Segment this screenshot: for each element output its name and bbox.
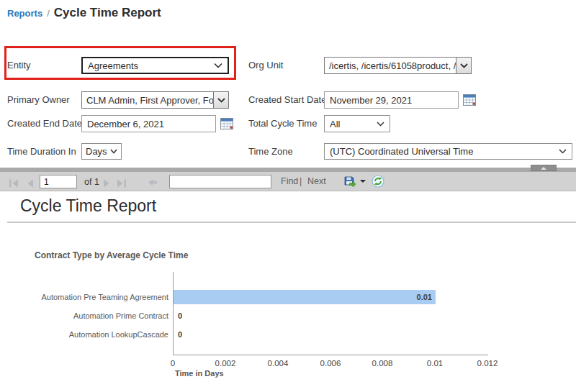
chart-bar: 0.01 bbox=[174, 290, 436, 304]
chart-row: Automation Prime Contract0 bbox=[0, 309, 504, 323]
page-title: Cycle Time Report bbox=[54, 6, 161, 20]
chart-x-tick-label: 0.004 bbox=[268, 359, 289, 368]
refresh-icon[interactable] bbox=[372, 175, 384, 191]
chart-x-tick-label: 0 bbox=[171, 359, 175, 368]
created-start-date-value: November 29, 2021 bbox=[330, 95, 412, 106]
chart-row: Automation Pre Teaming Agreement0.01 bbox=[0, 290, 504, 304]
parent-report-icon[interactable] bbox=[148, 177, 158, 190]
total-cycle-time-label: Total Cycle Time bbox=[248, 118, 317, 129]
chart-value-label: 0 bbox=[178, 327, 182, 342]
chart-title: Contract Type by Average Cycle Time bbox=[35, 250, 188, 260]
time-duration-in-select[interactable]: Days bbox=[81, 143, 122, 160]
report-title: Cycle Time Report bbox=[20, 196, 156, 216]
calendar-icon[interactable] bbox=[220, 118, 233, 129]
chevron-down-icon bbox=[559, 149, 567, 154]
created-end-date-value: December 6, 2021 bbox=[87, 119, 164, 129]
created-start-date-label: Created Start Date bbox=[248, 94, 326, 105]
chart-y-axis-line bbox=[173, 272, 174, 355]
last-page-icon[interactable] bbox=[116, 178, 127, 191]
chevron-down-icon bbox=[110, 149, 117, 154]
time-zone-label: Time Zone bbox=[248, 146, 293, 157]
page-count-label: of 1 bbox=[84, 177, 99, 187]
created-end-date-input[interactable]: December 6, 2021 bbox=[81, 115, 216, 132]
created-start-date-input[interactable]: November 29, 2021 bbox=[324, 91, 459, 109]
total-cycle-time-value: All bbox=[330, 119, 340, 129]
primary-owner-label: Primary Owner bbox=[7, 94, 70, 105]
entity-select-value: Agreements bbox=[88, 60, 138, 71]
org-unit-combo[interactable]: /icertis, /icertis/61058product, /ice bbox=[324, 57, 472, 74]
chart-x-tick-label: 0.006 bbox=[320, 359, 341, 368]
report-toolbar: of 1 Find | Next bbox=[0, 172, 576, 191]
page-number-input[interactable] bbox=[40, 175, 77, 188]
org-unit-combo-value: /icertis, /icertis/61058product, /ice bbox=[325, 58, 456, 73]
chevron-down-icon[interactable] bbox=[213, 92, 228, 108]
time-zone-select[interactable]: (UTC) Coordinated Universal Time bbox=[324, 143, 572, 160]
chart-x-tick-label: 0.002 bbox=[215, 359, 236, 368]
chevron-down-icon bbox=[377, 122, 384, 127]
chevron-down-icon bbox=[214, 63, 222, 68]
export-icon[interactable] bbox=[343, 176, 356, 191]
chart-x-axis-line bbox=[173, 355, 488, 355]
chart-x-axis-title: Time in Days bbox=[175, 369, 224, 378]
chart-value-label: 0 bbox=[178, 309, 182, 323]
time-zone-value: (UTC) Coordinated Universal Time bbox=[330, 146, 473, 157]
created-end-date-label: Created End Date bbox=[7, 118, 82, 129]
report-title-divider bbox=[7, 222, 576, 223]
next-page-icon[interactable] bbox=[103, 178, 110, 191]
find-next-separator: | bbox=[300, 176, 302, 186]
bar-chart: Automation Pre Teaming Agreement0.01Auto… bbox=[0, 270, 576, 388]
org-unit-label: Org Unit bbox=[248, 60, 283, 70]
breadcrumb: Reports / Cycle Time Report bbox=[7, 6, 161, 20]
find-button[interactable]: Find bbox=[281, 176, 298, 186]
chart-category-label: Automation Pre Teaming Agreement bbox=[0, 290, 168, 304]
chart-row: Automation LookupCascade0 bbox=[0, 327, 504, 342]
find-text-input[interactable] bbox=[169, 175, 271, 188]
chart-x-tick-label: 0.008 bbox=[372, 359, 393, 368]
entity-label: Entity bbox=[7, 60, 31, 70]
parameters-collapse-handle[interactable] bbox=[531, 165, 557, 171]
chart-category-label: Automation Prime Contract bbox=[0, 309, 168, 323]
breadcrumb-separator: / bbox=[42, 8, 54, 19]
next-result-button[interactable]: Next bbox=[307, 176, 326, 186]
chart-value-label: 0.01 bbox=[417, 290, 432, 304]
chart-x-tick-label: 0.01 bbox=[427, 359, 443, 368]
collapse-parameters-icon bbox=[541, 167, 546, 170]
first-page-icon[interactable] bbox=[9, 178, 19, 191]
time-duration-in-label: Time Duration In bbox=[7, 146, 76, 157]
total-cycle-time-select[interactable]: All bbox=[324, 115, 390, 132]
calendar-icon[interactable] bbox=[463, 94, 476, 106]
previous-page-icon[interactable] bbox=[27, 178, 34, 191]
primary-owner-combo-value: CLM Admin, First Approver, Fourth bbox=[82, 92, 213, 108]
breadcrumb-reports-link[interactable]: Reports bbox=[7, 8, 42, 19]
primary-owner-combo[interactable]: CLM Admin, First Approver, Fourth bbox=[81, 91, 229, 109]
chart-x-tick-label: 0.012 bbox=[477, 359, 498, 368]
time-duration-in-value: Days bbox=[86, 146, 107, 157]
chevron-down-icon[interactable] bbox=[456, 58, 471, 73]
export-dropdown-caret-icon[interactable] bbox=[360, 180, 366, 183]
chart-category-label: Automation LookupCascade bbox=[0, 327, 168, 342]
entity-select[interactable]: Agreements bbox=[81, 57, 229, 74]
